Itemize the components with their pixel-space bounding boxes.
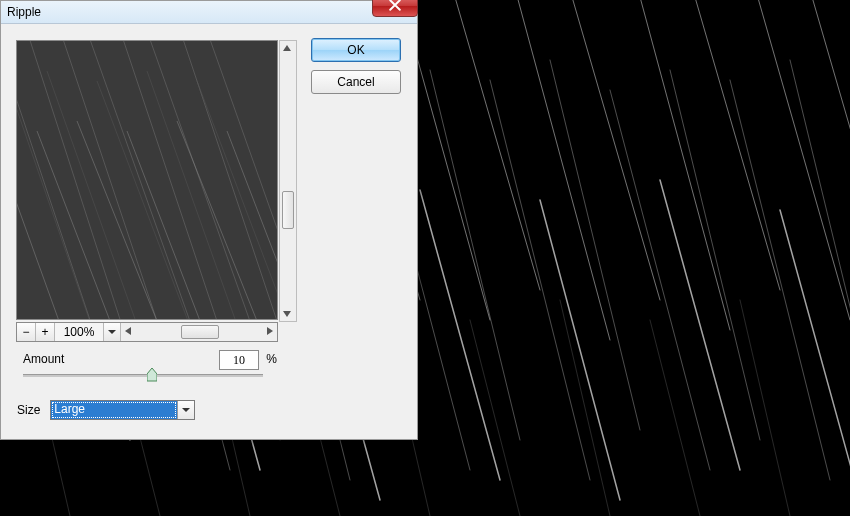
chevron-up-icon [283,45,291,51]
ripple-dialog: Ripple [0,0,418,440]
ok-button[interactable]: OK [311,38,401,62]
ok-label: OK [347,43,364,57]
preview-vscrollbar[interactable] [279,40,297,322]
amount-label: Amount [23,352,64,366]
chevron-left-icon [125,327,131,335]
zoom-in-button[interactable]: + [36,323,55,341]
chevron-right-icon [267,327,273,335]
amount-input[interactable] [219,350,259,370]
dialog-title: Ripple [7,5,41,19]
size-combobox[interactable]: Large [50,400,195,420]
cancel-button[interactable]: Cancel [311,70,401,94]
cancel-label: Cancel [337,75,374,89]
scroll-up-button[interactable] [280,41,294,55]
titlebar[interactable]: Ripple [1,1,417,24]
zoom-bar: − + 100% [16,322,278,342]
scroll-left-button[interactable] [121,323,135,339]
zoom-out-button[interactable]: − [17,323,36,341]
preview-image [17,41,277,319]
plus-icon: + [41,325,48,339]
chevron-down-icon [108,330,116,334]
zoom-dropdown-button[interactable] [104,323,121,341]
scroll-right-button[interactable] [263,323,277,339]
chevron-down-icon [182,408,190,412]
size-value: Large [51,401,177,419]
preview-hscrollbar[interactable] [121,323,277,341]
size-dropdown-button[interactable] [177,401,194,419]
zoom-value: 100% [55,323,104,341]
amount-slider[interactable] [23,368,263,382]
close-button[interactable] [372,0,418,17]
scroll-down-button[interactable] [280,307,294,321]
slider-track [23,374,263,377]
amount-unit: % [266,352,277,366]
slider-thumb[interactable] [147,368,157,382]
size-label: Size [17,403,40,417]
preview-area[interactable] [16,40,278,320]
close-icon [389,0,401,14]
hscroll-thumb[interactable] [181,325,219,339]
vscroll-thumb[interactable] [282,191,294,229]
minus-icon: − [22,325,29,339]
chevron-down-icon [283,311,291,317]
